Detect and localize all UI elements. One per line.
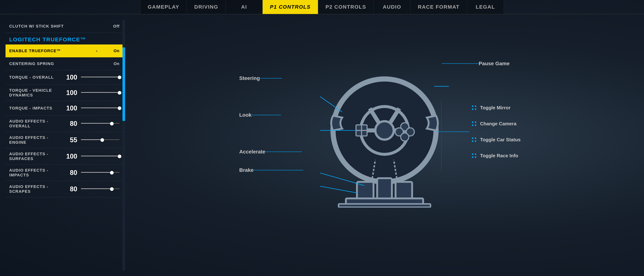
right-labels: Toggle Mirror Change Camera — [471, 105, 520, 159]
slider-row-3[interactable]: AUDIO EFFECTS - OVERALL 80 — [6, 116, 123, 132]
svg-point-32 — [472, 124, 473, 126]
accelerate-label: Accelerate — [239, 149, 265, 155]
svg-point-26 — [472, 105, 473, 107]
tab-p2controls[interactable]: P2 CONTROLS — [318, 0, 374, 14]
slider-track-2 — [81, 107, 120, 108]
navigation-bar: GAMEPLAY DRIVING AI P1 CONTROLS P2 CONTR… — [0, 0, 644, 14]
right-divider — [441, 101, 442, 171]
svg-point-39 — [475, 153, 476, 155]
toggle-car-status-label: Toggle Car Status — [480, 137, 520, 143]
left-arrow-icon: ‹ — [96, 48, 98, 53]
svg-point-38 — [472, 153, 473, 155]
slider-label-7: AUDIO EFFECTS - SCRAPES — [9, 184, 62, 194]
centering-spring-label: CENTERING SPRING — [9, 61, 101, 66]
slider-thumb-5[interactable] — [118, 155, 121, 158]
slider-value-6: 80 — [62, 169, 77, 177]
slider-thumb-6[interactable] — [110, 171, 114, 175]
enable-trueforce-label: ENABLE TRUEFORCE™ — [9, 48, 96, 53]
slider-track-container-0[interactable] — [81, 77, 120, 78]
slider-track-container-5[interactable] — [81, 156, 120, 157]
toggle-car-status-item: Toggle Car Status — [471, 137, 520, 143]
svg-point-36 — [472, 140, 473, 142]
slider-row-7[interactable]: AUDIO EFFECTS - SCRAPES 80 — [6, 181, 123, 197]
slider-row-5[interactable]: AUDIO EFFECTS - SURFACES 100 — [6, 148, 123, 165]
slider-fill-6 — [81, 172, 112, 173]
svg-point-2 — [375, 121, 394, 140]
left-panel: CLUTCH W/ STICK SHIFT Off LOGITECH TRUEF… — [0, 14, 125, 276]
look-label: Look — [239, 112, 252, 118]
settings-container: CLUTCH W/ STICK SHIFT Off LOGITECH TRUEF… — [6, 20, 123, 197]
slider-thumb-3[interactable] — [110, 122, 114, 125]
slider-fill-5 — [81, 156, 120, 156]
svg-rect-15 — [377, 178, 392, 200]
tab-ai[interactable]: AI — [226, 0, 262, 14]
wheel-diagram: Steering Look Accelerate Brake Pause Gam… — [238, 35, 532, 256]
tab-p1controls[interactable]: P1 CONTROLS — [262, 0, 318, 14]
svg-point-28 — [472, 108, 473, 110]
tab-raceformat[interactable]: RACE FORMAT — [410, 0, 467, 14]
tab-legal[interactable]: LEGAL — [467, 0, 504, 14]
slider-track-0 — [81, 77, 120, 77]
centering-spring-row[interactable]: CENTERING SPRING On — [6, 57, 123, 70]
slider-fill-2 — [81, 107, 120, 108]
clutch-label: CLUTCH W/ STICK SHIFT — [9, 24, 101, 29]
slider-label-5: AUDIO EFFECTS - SURFACES — [9, 152, 62, 161]
clutch-value: Off — [105, 24, 120, 29]
slider-value-7: 80 — [62, 185, 77, 193]
toggle-race-info-label: Toggle Race Info — [480, 153, 518, 159]
slider-thumb-0[interactable] — [118, 75, 121, 79]
slider-value-1: 100 — [62, 89, 77, 97]
slider-track-7 — [81, 188, 120, 189]
clutch-setting-row[interactable]: CLUTCH W/ STICK SHIFT Off — [6, 20, 123, 33]
svg-point-41 — [475, 156, 476, 158]
slider-track-container-7[interactable] — [81, 188, 120, 190]
slider-value-2: 100 — [62, 104, 77, 112]
wheel-svg-container — [320, 68, 449, 208]
tab-audio[interactable]: AUDIO — [374, 0, 410, 14]
slider-track-container-2[interactable] — [81, 107, 120, 109]
toggle-race-info-item: Toggle Race Info — [471, 153, 520, 159]
brake-label: Brake — [239, 167, 254, 173]
svg-line-24 — [320, 186, 357, 193]
slider-fill-4 — [81, 139, 102, 140]
slider-fill-0 — [81, 77, 120, 77]
slider-thumb-7[interactable] — [110, 187, 114, 191]
slider-row-6[interactable]: AUDIO EFFECTS - IMPACTS 80 — [6, 165, 123, 181]
slider-row-1[interactable]: TORQUE - VEHICLE DYNAMICS 100 — [6, 85, 123, 101]
slider-thumb-4[interactable] — [100, 138, 104, 142]
slider-row-4[interactable]: AUDIO EFFECTS - ENGINE 55 — [6, 132, 123, 148]
slider-track-3 — [81, 123, 120, 124]
toggle-car-status-icon — [471, 137, 477, 143]
toggle-mirror-icon — [471, 105, 477, 111]
svg-point-35 — [475, 137, 476, 139]
slider-track-container-3[interactable] — [81, 123, 120, 124]
slider-thumb-2[interactable] — [118, 106, 121, 110]
enable-trueforce-value: On — [105, 48, 120, 53]
change-camera-item: Change Camera — [471, 121, 520, 127]
slider-rows-container: TORQUE - OVERALL 100 TORQUE - VEHICLE DY… — [6, 70, 123, 197]
section-title: LOGITECH TRUEFORCE™ — [9, 36, 86, 42]
change-camera-icon — [471, 121, 477, 127]
slider-thumb-1[interactable] — [118, 91, 121, 95]
slider-fill-7 — [81, 188, 112, 189]
svg-point-34 — [472, 137, 473, 139]
slider-track-5 — [81, 156, 120, 156]
scrollbar[interactable] — [122, 20, 125, 271]
tab-gameplay[interactable]: GAMEPLAY — [140, 0, 187, 14]
slider-row-0[interactable]: TORQUE - OVERALL 100 — [6, 70, 123, 85]
svg-point-27 — [475, 105, 476, 107]
slider-label-0: TORQUE - OVERALL — [9, 75, 62, 80]
change-camera-label: Change Camera — [480, 121, 516, 127]
slider-row-2[interactable]: TORQUE - IMPACTS 100 — [6, 101, 123, 116]
svg-point-13 — [401, 133, 409, 141]
slider-label-1: TORQUE - VEHICLE DYNAMICS — [9, 88, 62, 98]
scroll-thumb[interactable] — [122, 47, 125, 121]
slider-track-container-6[interactable] — [81, 172, 120, 173]
tab-driving[interactable]: DRIVING — [187, 0, 226, 14]
slider-track-container-4[interactable] — [81, 139, 120, 141]
enable-trueforce-row[interactable]: ENABLE TRUEFORCE™ ‹ On — [6, 44, 123, 57]
slider-value-4: 55 — [62, 136, 77, 144]
pause-game-label: Pause Game — [479, 61, 510, 66]
toggle-mirror-label: Toggle Mirror — [480, 105, 510, 111]
slider-track-container-1[interactable] — [81, 92, 120, 93]
